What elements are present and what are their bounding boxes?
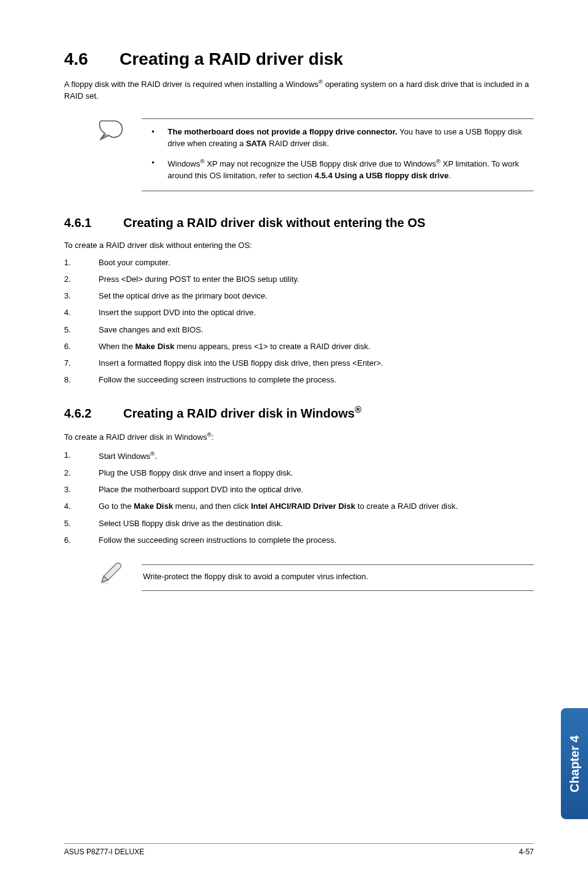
note-content: The motherboard does not provide a flopp… [142,118,534,191]
step-item: Boot your computer. [64,257,534,268]
step-item: Place the motherboard support DVD into t… [64,484,534,495]
intro-paragraph: A floppy disk with the RAID driver is re… [64,78,534,102]
chapter-tab: Chapter 4 [561,708,588,819]
subsection-number: 4.6.2 [64,406,123,421]
page-footer: ASUS P8Z77-I DELUXE 4-57 [64,843,534,856]
note-block: The motherboard does not provide a flopp… [99,118,534,191]
section-heading: 4.6Creating a RAID driver disk [64,49,534,69]
steps-list: Start Windows®.Plug the USB floppy disk … [64,450,534,546]
tip-text: Write-protect the floppy disk to avoid a… [143,572,368,581]
tip-content: Write-protect the floppy disk to avoid a… [142,564,534,591]
lead-text: To create a RAID driver disk in Windows®… [64,431,534,444]
footer-left: ASUS P8Z77-I DELUXE [64,848,144,856]
step-item: Start Windows®. [64,450,534,463]
step-item: Insert a formatted floppy disk into the … [64,358,534,369]
subsection-heading: 4.6.2Creating a RAID driver disk in Wind… [64,404,534,421]
step-item: Go to the Make Disk menu, and then click… [64,501,534,512]
step-item: When the Make Disk menu appears, press <… [64,341,534,352]
svg-point-0 [100,582,110,584]
step-item: Follow the succeeding screen instruction… [64,535,534,546]
tip-block: Write-protect the floppy disk to avoid a… [99,564,534,591]
lead-text: To create a RAID driver disk without ent… [64,240,534,251]
step-item: Save changes and exit BIOS. [64,324,534,336]
lead-post: : [211,432,214,442]
subsection-heading: 4.6.1Creating a RAID driver disk without… [64,216,534,230]
step-item: Follow the succeeding screen instruction… [64,374,534,386]
note-list: The motherboard does not provide a flopp… [143,126,530,182]
heading-number: 4.6 [64,49,120,69]
subsection-number: 4.6.1 [64,216,123,230]
chapter-tab-label: Chapter 4 [568,735,582,792]
step-item: Press <Del> during POST to enter the BIO… [64,274,534,285]
lead-pre: To create a RAID driver disk in Windows [64,432,207,442]
step-item: Set the optical drive as the primary boo… [64,291,534,302]
pencil-icon [99,561,123,588]
registered-mark: ® [319,78,323,85]
footer-right: 4-57 [519,848,534,856]
steps-list: Boot your computer.Press <Del> during PO… [64,257,534,386]
step-item: Select USB floppy disk drive as the dest… [64,518,534,529]
note-item: The motherboard does not provide a flopp… [143,126,530,150]
note-icon [99,120,123,143]
subsection-title-pre: Creating a RAID driver disk in Windows [123,406,354,420]
heading-title: Creating a RAID driver disk [120,49,343,68]
note-item: Windows® XP may not recognize the USB fl… [143,157,530,182]
step-item: Insert the support DVD into the optical … [64,307,534,318]
step-item: Plug the USB floppy disk drive and inser… [64,468,534,479]
registered-mark: ® [354,404,361,415]
subsection-title: Creating a RAID driver disk without ente… [123,216,425,229]
intro-text-1: A floppy disk with the RAID driver is re… [64,80,319,89]
